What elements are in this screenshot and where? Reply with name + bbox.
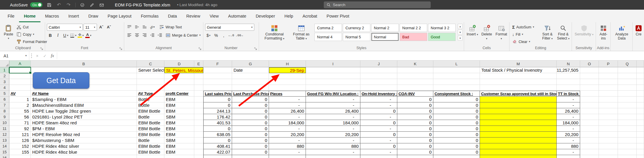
cell-N9[interactable]: - [557, 114, 580, 120]
cell-K14[interactable]: 0 [397, 143, 433, 149]
comma-style-button[interactable]: , [220, 32, 227, 39]
insert-cells-button[interactable]: Insert ▾ [466, 24, 479, 37]
cell-P7[interactable] [599, 102, 618, 108]
tab-help[interactable]: Help [280, 10, 298, 22]
decrease-font-size-button[interactable]: Aˇ [105, 24, 112, 30]
cell-N6[interactable]: - [557, 97, 580, 102]
row-header-7[interactable]: 7 [0, 102, 9, 108]
cell-F8[interactable]: 244.13 [203, 108, 232, 114]
increase-font-size-button[interactable]: Aˆ [98, 24, 105, 30]
cell-H2[interactable] [269, 73, 306, 79]
cell-Q6[interactable] [618, 97, 637, 102]
cell-E14[interactable] [194, 143, 203, 149]
cell-F15[interactable]: 422.07 [203, 149, 232, 155]
cell-H3[interactable] [269, 79, 306, 85]
column-header-N[interactable]: N [557, 61, 580, 67]
cell-E11[interactable] [194, 126, 203, 132]
cell-L13[interactable]: 0 [433, 138, 480, 143]
decrease-decimal-button[interactable]: .00→ [236, 32, 243, 39]
cell-G13[interactable]: 0 [232, 138, 269, 143]
sensitivity-button[interactable]: Sensitivity ▾ [574, 24, 594, 37]
clear-button[interactable]: Clear ▾ [511, 38, 539, 45]
tab-insert[interactable]: Insert [64, 10, 84, 22]
cell-C5[interactable]: AV Type [137, 91, 164, 97]
cell-N5[interactable]: TT in Stock : [557, 91, 580, 97]
addins-button[interactable]: Add-ins [598, 24, 609, 40]
cell-M16[interactable] [480, 155, 557, 158]
cell-K4[interactable] [397, 85, 433, 91]
cell-D16[interactable] [164, 155, 194, 158]
cell-F3[interactable] [203, 79, 232, 85]
row-header-13[interactable]: 13 [0, 138, 9, 143]
cell-A1[interactable] [9, 67, 31, 73]
cell-A4[interactable] [9, 85, 31, 91]
cell-J10[interactable]: 0 [360, 120, 397, 126]
cell-L14[interactable]: 0 [433, 143, 480, 149]
cell-C4[interactable] [137, 85, 164, 91]
cell-C14[interactable]: EBM Bottle [137, 143, 164, 149]
cell-P12[interactable] [599, 132, 618, 138]
cancel-entry-icon[interactable]: × [33, 51, 41, 60]
name-box[interactable]: A1 ▾ [0, 51, 29, 60]
cell-D11[interactable]: EBM [164, 126, 194, 132]
cell-I1[interactable] [306, 67, 360, 73]
cell-L4[interactable] [433, 85, 480, 91]
cell-G15[interactable]: 0 [232, 149, 269, 155]
style-good[interactable]: Good [428, 33, 456, 41]
cell-N7[interactable]: - [557, 102, 580, 108]
cell-Q1[interactable] [618, 67, 637, 73]
cell-I6[interactable]: - [306, 97, 360, 102]
cell-G6[interactable]: 0 [232, 97, 269, 102]
cell-L8[interactable]: 0 [433, 108, 480, 114]
cell-D6[interactable]: EBM [164, 97, 194, 102]
tab-acrobat[interactable]: Acrobat [298, 10, 322, 22]
cell-E10[interactable] [194, 120, 203, 126]
style-normal-2[interactable]: Normal 2 [371, 24, 399, 32]
cell-D15[interactable]: EBM [164, 149, 194, 155]
cell-C8[interactable]: EBM Bottle [137, 108, 164, 114]
cell-B8[interactable]: HDPE Law Toggle 28oz green [31, 108, 137, 114]
cell-L10[interactable]: 0 [433, 120, 480, 126]
column-header-F[interactable]: F [203, 61, 232, 67]
cell-O10[interactable] [580, 120, 599, 126]
cell-D8[interactable]: EBM [164, 108, 194, 114]
style-normal-5[interactable]: Normal 5 [343, 33, 370, 41]
cell-Q12[interactable] [618, 132, 637, 138]
row-header-5[interactable]: 5 [0, 91, 9, 97]
cell-Q5[interactable] [618, 91, 637, 97]
format-cells-button[interactable]: Format ▾ [495, 24, 508, 40]
copy-button[interactable]: Copy ▾ [16, 31, 48, 38]
cell-C2[interactable] [137, 73, 164, 79]
cell-F7[interactable]: 0 [203, 102, 232, 108]
cell-E15[interactable] [194, 149, 203, 155]
clipboard-dialog-launcher[interactable] [40, 46, 44, 50]
cell-G9[interactable]: 0 [232, 114, 269, 120]
cell-J4[interactable] [360, 85, 397, 91]
align-center-button[interactable] [134, 32, 140, 39]
cell-N10[interactable]: 184,000 [557, 120, 580, 126]
cell-M11[interactable] [480, 126, 557, 132]
cell-N14[interactable]: 880 [557, 143, 580, 149]
alignment-dialog-launcher[interactable] [198, 46, 202, 50]
cell-x6[interactable] [637, 97, 644, 102]
gallery-up-button[interactable]: ▴ [458, 24, 463, 29]
cell-O3[interactable] [580, 79, 599, 85]
cell-B10[interactable]: HDPE Steam 48oz red [31, 120, 137, 126]
cell-C10[interactable]: EBM Bottle [137, 120, 164, 126]
align-middle-button[interactable] [134, 24, 140, 30]
align-left-button[interactable] [126, 32, 133, 39]
cell-F9[interactable]: 176.42 [203, 114, 232, 120]
column-header-L[interactable]: L [433, 61, 480, 67]
cell-O4[interactable] [580, 85, 599, 91]
cell-H1[interactable]: 29-Sep [269, 67, 306, 73]
cell-K9[interactable]: 0 [397, 114, 433, 120]
cell-C11[interactable]: EBM Bottle [137, 126, 164, 132]
cell-I7[interactable]: - [306, 102, 360, 108]
cell-J11[interactable]: - [360, 126, 397, 132]
cell-L2[interactable] [433, 73, 480, 79]
cell-F1[interactable] [203, 67, 232, 73]
cell-G3[interactable] [232, 79, 269, 85]
cell-Q10[interactable] [618, 120, 637, 126]
style-normal-4[interactable]: Normal 4 [314, 33, 342, 41]
cell-B13[interactable]: $Abmusterung - SBM [31, 138, 137, 143]
